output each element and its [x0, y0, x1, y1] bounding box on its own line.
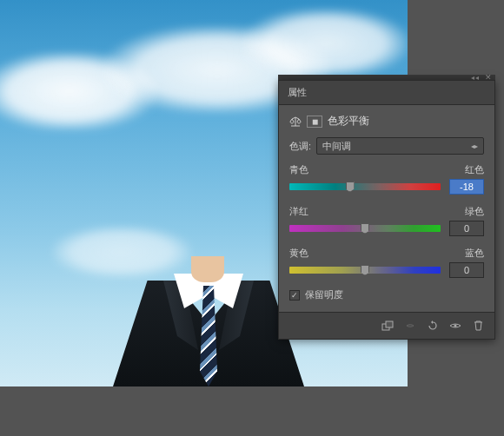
adjustment-title: 色彩平衡 — [328, 114, 369, 129]
slider-left-label: 青色 — [289, 163, 308, 176]
view-previous-button[interactable] — [401, 318, 420, 334]
tone-select[interactable]: 中间调 ◂▸ — [316, 137, 484, 155]
adjustment-title-row: ◼ 色彩平衡 — [289, 114, 484, 129]
delete-button[interactable] — [468, 318, 487, 334]
select-arrows-icon: ◂▸ — [471, 142, 478, 150]
slider-left-label: 黄色 — [289, 247, 308, 260]
svg-rect-1 — [386, 321, 393, 327]
slider-thumb[interactable] — [361, 265, 369, 275]
reset-button[interactable] — [423, 318, 442, 334]
panel-tab-label: 属性 — [288, 87, 307, 97]
svg-point-2 — [454, 325, 457, 327]
tone-label: 色调: — [289, 140, 311, 153]
slider-track[interactable] — [289, 225, 441, 232]
suit-image — [113, 256, 304, 386]
visibility-button[interactable] — [446, 318, 465, 334]
slider-track[interactable] — [289, 267, 441, 274]
slider-thumb[interactable] — [361, 223, 369, 234]
slider-right-label: 绿色 — [465, 205, 484, 218]
mask-icon[interactable]: ◼ — [307, 116, 322, 128]
scales-icon — [289, 116, 302, 127]
preserve-luminosity-label: 保留明度 — [305, 288, 343, 301]
slider-3: 黄色蓝色0 — [289, 247, 484, 278]
tone-row: 色调: 中间调 ◂▸ — [289, 137, 484, 155]
tone-value: 中间调 — [322, 140, 351, 153]
panel-header[interactable]: 属性 — [279, 81, 494, 105]
slider-1: 青色红色-18 — [289, 163, 484, 195]
slider-2: 洋红绿色0 — [289, 205, 484, 236]
slider-right-label: 蓝色 — [465, 247, 484, 260]
slider-value-input[interactable]: 0 — [449, 221, 484, 236]
properties-panel: 属性 ◼ 色彩平衡 色调: 中间调 ◂▸ 青色红色-18洋红绿色0黄色蓝色0 ✓… — [278, 80, 495, 340]
slider-right-label: 红色 — [465, 163, 484, 176]
checkbox-icon[interactable]: ✓ — [289, 290, 300, 301]
slider-left-label: 洋红 — [289, 205, 308, 218]
slider-thumb[interactable] — [346, 182, 355, 192]
cloud — [243, 9, 408, 78]
clip-to-layer-button[interactable] — [378, 318, 397, 334]
slider-track[interactable] — [289, 183, 441, 190]
preserve-luminosity-row[interactable]: ✓ 保留明度 — [289, 288, 484, 301]
slider-value-input[interactable]: -18 — [449, 179, 484, 195]
panel-footer — [279, 312, 494, 339]
slider-value-input[interactable]: 0 — [449, 262, 484, 278]
